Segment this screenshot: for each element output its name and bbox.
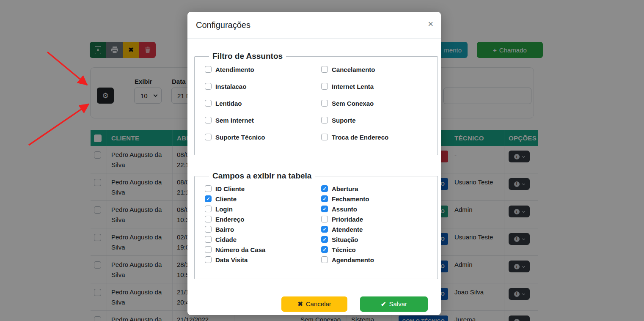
cancel-button[interactable]: ✖Cancelar <box>281 296 347 312</box>
checkbox-item-atendimento[interactable]: Atendimento <box>205 65 321 74</box>
checkbox-label: Atendente <box>332 226 363 233</box>
checkbox-item-data-visita[interactable]: Data Visita <box>205 255 321 264</box>
checkbox-icon[interactable] <box>321 66 328 73</box>
checkbox-item-bairro[interactable]: Bairro <box>205 225 321 234</box>
save-button[interactable]: ✔Salvar <box>360 296 428 312</box>
filtro-columns: AtendimentoInstalacaoLentidaoSem Interne… <box>205 61 438 149</box>
checkbox-icon[interactable] <box>321 216 328 222</box>
checkbox-label: Data Visita <box>215 256 248 263</box>
checkbox-label: Instalacao <box>215 83 246 90</box>
checkbox-checked-icon[interactable]: ✓ <box>321 206 328 212</box>
campos-columns: ID Cliente✓ClienteLoginEndereçoBairroCid… <box>205 181 438 265</box>
campos-tabela-fieldset: Campos a exibir na tabela ID Cliente✓Cli… <box>194 171 438 279</box>
checkbox-label: Assunto <box>332 206 357 213</box>
checkbox-icon[interactable] <box>321 83 328 90</box>
filtro-assuntos-fieldset: Filtro de Assuntos AtendimentoInstalacao… <box>194 52 438 155</box>
checkbox-checked-icon[interactable]: ✓ <box>321 246 328 253</box>
checkbox-item-cancelamento[interactable]: Cancelamento <box>321 65 438 74</box>
checkbox-label: Situação <box>332 236 358 243</box>
checkbox-icon[interactable] <box>205 216 212 222</box>
checkbox-checked-icon[interactable]: ✓ <box>205 195 212 202</box>
checkbox-label: Login <box>215 206 233 213</box>
checkbox-label: Cliente <box>215 195 237 203</box>
checkbox-checked-icon[interactable]: ✓ <box>321 226 328 233</box>
checkbox-item-suporte-tecnico[interactable]: Suporte Técnico <box>205 132 321 142</box>
campos-tabela-legend: Campos a exibir na tabela <box>209 171 315 181</box>
filtro-column-2: CancelamentoInternet LentaSem ConexaoSup… <box>321 61 438 149</box>
check-icon: ✔ <box>381 300 386 307</box>
checkbox-label: Fechamento <box>332 195 369 203</box>
checkbox-item-endereco[interactable]: Endereço <box>205 214 321 224</box>
checkbox-label: Cancelamento <box>332 66 375 73</box>
campos-column-1: ID Cliente✓ClienteLoginEndereçoBairroCid… <box>205 181 321 265</box>
checkbox-label: Prioridade <box>332 216 363 223</box>
filtro-assuntos-legend: Filtro de Assuntos <box>209 52 286 61</box>
checkbox-item-prioridade[interactable]: Prioridade <box>321 214 438 224</box>
checkbox-item-login[interactable]: Login <box>205 204 321 214</box>
checkbox-icon[interactable] <box>205 246 212 253</box>
checkbox-item-situacao[interactable]: ✓Situação <box>321 235 438 244</box>
checkbox-label: Bairro <box>215 226 234 233</box>
checkbox-icon[interactable] <box>321 256 328 263</box>
checkbox-label: Suporte <box>332 117 356 124</box>
checkbox-label: Cidade <box>215 236 237 243</box>
x-icon: ✖ <box>297 300 303 307</box>
modal-title: Configurações <box>196 20 250 30</box>
checkbox-item-troca-de-endereco[interactable]: Troca de Endereco <box>321 132 438 142</box>
checkbox-label: Suporte Técnico <box>215 134 265 141</box>
checkbox-item-instalacao[interactable]: Instalacao <box>205 82 321 91</box>
checkbox-icon[interactable] <box>205 185 212 192</box>
checkbox-label: Sem Conexao <box>332 100 374 107</box>
checkbox-label: Abertura <box>332 185 358 192</box>
checkbox-item-id-cliente[interactable]: ID Cliente <box>205 184 321 193</box>
checkbox-label: Técnico <box>332 246 356 253</box>
checkbox-checked-icon[interactable]: ✓ <box>321 185 328 192</box>
filtro-column-1: AtendimentoInstalacaoLentidaoSem Interne… <box>205 61 321 149</box>
checkbox-icon[interactable] <box>205 134 212 140</box>
checkbox-item-numero-da-casa[interactable]: Número da Casa <box>205 245 321 254</box>
checkbox-icon[interactable] <box>205 236 212 243</box>
checkbox-label: Endereço <box>215 216 244 223</box>
checkbox-item-lentidao[interactable]: Lentidao <box>205 99 321 108</box>
checkbox-icon[interactable] <box>205 206 212 212</box>
checkbox-label: Agendamento <box>332 256 374 263</box>
checkbox-icon[interactable] <box>321 134 328 140</box>
checkbox-icon[interactable] <box>205 226 212 233</box>
modal-header: Configurações × <box>187 12 441 39</box>
checkbox-item-tecnico[interactable]: ✓Técnico <box>321 245 438 254</box>
checkbox-label: ID Cliente <box>215 185 245 192</box>
checkbox-item-cliente[interactable]: ✓Cliente <box>205 194 321 203</box>
checkbox-item-suporte[interactable]: Suporte <box>321 115 438 125</box>
checkbox-icon[interactable] <box>205 117 212 123</box>
checkbox-label: Número da Casa <box>215 246 265 253</box>
settings-modal: Configurações × Filtro de Assuntos Atend… <box>187 12 441 315</box>
checkbox-item-abertura[interactable]: ✓Abertura <box>321 184 438 193</box>
checkbox-checked-icon[interactable]: ✓ <box>321 236 328 243</box>
checkbox-label: Troca de Endereco <box>332 134 388 141</box>
checkbox-item-sem-conexao[interactable]: Sem Conexao <box>321 99 438 108</box>
checkbox-item-agendamento[interactable]: Agendamento <box>321 255 438 264</box>
checkbox-item-fechamento[interactable]: ✓Fechamento <box>321 194 438 203</box>
checkbox-icon[interactable] <box>205 256 212 263</box>
checkbox-label: Lentidao <box>215 100 242 107</box>
checkbox-icon[interactable] <box>205 66 212 73</box>
checkbox-label: Atendimento <box>215 66 254 73</box>
checkbox-icon[interactable] <box>205 100 212 107</box>
close-icon[interactable]: × <box>428 19 433 29</box>
checkbox-item-internet-lenta[interactable]: Internet Lenta <box>321 82 438 91</box>
checkbox-icon[interactable] <box>205 83 212 90</box>
checkbox-icon[interactable] <box>321 117 328 123</box>
checkbox-item-atendente[interactable]: ✓Atendente <box>321 225 438 234</box>
screen: X ✖ mento +Chamado <box>0 0 644 321</box>
checkbox-label: Internet Lenta <box>332 83 374 90</box>
checkbox-item-cidade[interactable]: Cidade <box>205 235 321 244</box>
checkbox-checked-icon[interactable]: ✓ <box>321 195 328 202</box>
checkbox-icon[interactable] <box>321 100 328 107</box>
checkbox-label: Sem Internet <box>215 117 254 124</box>
campos-column-2: ✓Abertura✓Fechamento✓AssuntoPrioridade✓A… <box>321 181 438 265</box>
checkbox-item-assunto[interactable]: ✓Assunto <box>321 204 438 214</box>
checkbox-item-sem-internet[interactable]: Sem Internet <box>205 115 321 125</box>
